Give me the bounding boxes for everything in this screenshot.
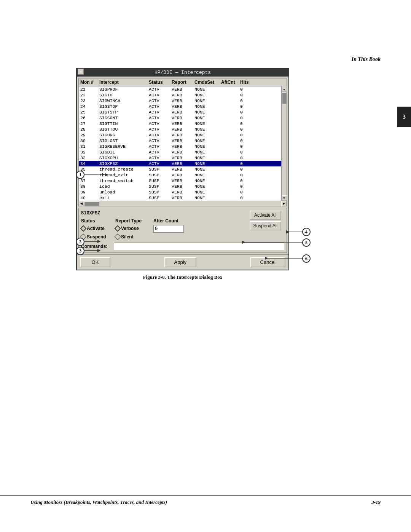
table-row[interactable]: 40 exit SUSP VERB NONE 0	[79, 195, 281, 201]
callout-1: 1	[76, 171, 84, 179]
table-row[interactable]: 26 SIGCONT ACTV VERB NONE 0	[79, 115, 281, 121]
footer-right-text: 3-19	[371, 499, 381, 505]
row-status: SUSP	[149, 195, 172, 200]
row-intercept: SIGTTOU	[99, 127, 149, 132]
table-row[interactable]: 39 unload SUSP VERB NONE 0	[79, 189, 281, 195]
row-mon: 31	[80, 144, 99, 149]
row-intercept: SIGIO	[99, 93, 149, 97]
row-status: ACTV	[149, 93, 172, 97]
row-hits: 0	[240, 144, 255, 149]
silent-diamond	[115, 234, 121, 240]
after-count-input[interactable]	[153, 225, 184, 233]
table-row[interactable]: 34 SIGXFSZ ACTV VERB NONE 0	[79, 161, 281, 166]
row-cmdsset: NONE	[194, 104, 221, 109]
row-report: VERB	[172, 110, 194, 115]
row-mon: 21	[80, 87, 99, 92]
table-row[interactable]: 23 SIGWINCH ACTV VERB NONE 0	[79, 98, 281, 104]
table-row[interactable]: 38 load SUSP VERB NONE 0	[79, 184, 281, 189]
row-hits: 0	[240, 178, 255, 183]
scroll-up-arrow[interactable]: ▲	[282, 86, 287, 92]
row-cmdsset: NONE	[194, 190, 221, 195]
row-hits: 0	[240, 190, 255, 195]
table-row[interactable]: 32 SIGDIL ACTV VERB NONE 0	[79, 149, 281, 155]
row-status: SUSP	[149, 178, 172, 183]
row-intercept: SIGPROF	[99, 87, 149, 92]
table-row[interactable]: 27 SIGTTIN ACTV VERB NONE 0	[79, 121, 281, 126]
row-status: ACTV	[149, 104, 172, 109]
row-mon: 40	[80, 195, 99, 200]
row-aftcnt	[221, 167, 240, 172]
row-mon: 35	[80, 167, 99, 172]
table-row[interactable]: 36 thread_exit SUSP VERB NONE 0	[79, 172, 281, 178]
row-aftcnt	[221, 93, 240, 97]
table-row[interactable]: 35 thread_create SUSP VERB NONE 0	[79, 166, 281, 172]
row-intercept: thread_exit	[99, 173, 149, 177]
row-aftcnt	[221, 178, 240, 183]
table-row[interactable]: 24 SIGSTOP ACTV VERB NONE 0	[79, 104, 281, 109]
activate-all-button[interactable]: Activate All	[250, 211, 281, 220]
row-intercept: load	[99, 184, 149, 189]
vertical-scrollbar[interactable]: ▲ ▼	[281, 86, 287, 201]
row-status: ACTV	[149, 161, 172, 166]
scroll-down-arrow[interactable]: ▼	[282, 195, 287, 201]
row-mon: 28	[80, 127, 99, 132]
scroll-right-arrow[interactable]: ▶	[281, 201, 287, 206]
table-row[interactable]: 25 SIGTSTP ACTV VERB NONE 0	[79, 109, 281, 115]
callout-2: 2	[76, 238, 84, 246]
window-frame: ▬ HP/DDE — Intercepts Mon # Intercept St…	[76, 68, 289, 270]
scroll-thumb[interactable]	[282, 93, 287, 104]
row-status: ACTV	[149, 144, 172, 149]
row-mon: 25	[80, 110, 99, 115]
row-aftcnt	[221, 144, 240, 149]
table-row[interactable]: 37 thread_switch SUSP VERB NONE 0	[79, 178, 281, 184]
row-report: VERB	[172, 93, 194, 97]
chapter-tab: 3	[397, 107, 411, 127]
page-footer: Using Monitors (Breakpoints, Watchpoints…	[0, 495, 411, 505]
callout-5: 5	[302, 238, 311, 247]
table-row[interactable]: 22 SIGIO ACTV VERB NONE 0	[79, 92, 281, 98]
row-report: VERB	[172, 155, 194, 160]
row-intercept: thread_create	[99, 167, 149, 172]
row-hits: 0	[240, 104, 255, 109]
row-report: VERB	[172, 138, 194, 143]
horizontal-scrollbar[interactable]: ◀ ▶	[79, 201, 287, 206]
row-mon: 30	[80, 138, 99, 143]
row-status: ACTV	[149, 133, 172, 137]
row-report: VERB	[172, 127, 194, 132]
row-hits: 0	[240, 98, 255, 103]
cancel-button[interactable]: Cancel	[250, 257, 285, 267]
silent-radio[interactable]: Silent	[115, 234, 134, 240]
table-row[interactable]: 21 SIGPROF ACTV VERB NONE 0	[79, 86, 281, 92]
row-report: VERB	[172, 121, 194, 126]
row-intercept: SIGXFSZ	[99, 161, 149, 166]
detail-section: SIGXFSZ Status Report Type After Count A…	[78, 208, 287, 253]
horiz-scroll-thumb[interactable]	[84, 201, 99, 206]
table-row[interactable]: 33 SIGXCPU ACTV VERB NONE 0	[79, 155, 281, 161]
row-cmdsset: NONE	[194, 173, 221, 177]
detail-radio-row1: Activate Verbose	[81, 225, 284, 233]
row-status: SUSP	[149, 190, 172, 195]
table-row[interactable]: 29 SIGURG ACTV VERB NONE 0	[79, 132, 281, 138]
verbose-radio[interactable]: Verbose	[115, 226, 139, 231]
apply-button[interactable]: Apply	[164, 257, 197, 267]
status-col-label: Status	[81, 218, 115, 224]
table-row[interactable]: 31 SIGRESERVE ACTV VERB NONE 0	[79, 144, 281, 149]
report-col-label: Report Type	[115, 218, 153, 224]
row-status: ACTV	[149, 121, 172, 126]
row-report: VERB	[172, 150, 194, 155]
window-menu-icon[interactable]: ▬	[78, 69, 84, 75]
table-row[interactable]: 28 SIGTTOU ACTV VERB NONE 0	[79, 126, 281, 132]
row-intercept: SIGTTIN	[99, 121, 149, 126]
row-intercept: SIGDIL	[99, 150, 149, 155]
commands-input[interactable]	[114, 243, 284, 250]
row-aftcnt	[221, 110, 240, 115]
window-title: HP/DDE — Intercepts	[155, 70, 211, 75]
callout-3-label: 3	[79, 248, 81, 254]
scroll-left-arrow[interactable]: ◀	[79, 201, 84, 206]
ok-button[interactable]: OK	[80, 257, 110, 267]
suspend-all-button[interactable]: Suspend All	[250, 221, 281, 230]
row-hits: 0	[240, 110, 255, 115]
suspend-radio[interactable]: Suspend	[81, 234, 106, 240]
table-row[interactable]: 30 SIGLOST ACTV VERB NONE 0	[79, 138, 281, 144]
activate-radio[interactable]: Activate	[81, 226, 105, 231]
